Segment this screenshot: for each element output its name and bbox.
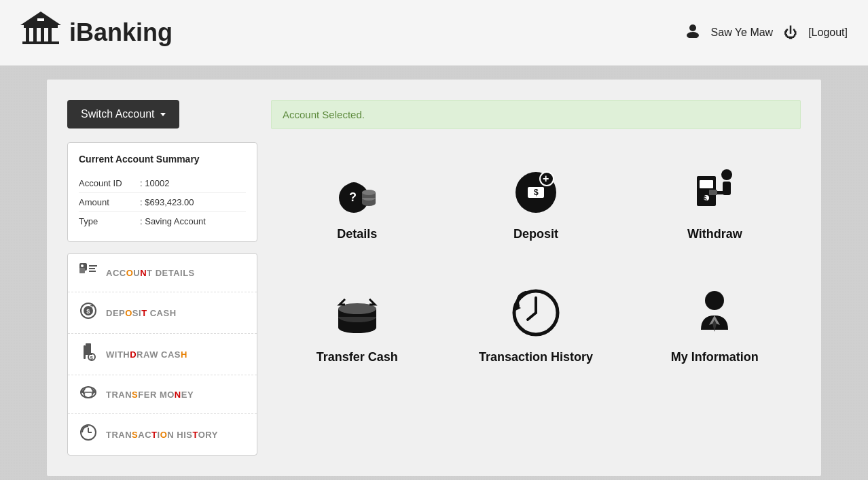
svg-line-58 <box>528 313 536 320</box>
account-id-value: : 10002 <box>140 178 169 188</box>
action-transaction-history[interactable]: Transaction History <box>450 269 621 378</box>
svg-text:?: ? <box>349 190 357 204</box>
svg-rect-20 <box>86 343 91 354</box>
svg-text:+: + <box>90 302 94 309</box>
power-icon: ⏻ <box>784 25 797 41</box>
user-icon <box>685 23 700 42</box>
amount-label: Amount <box>79 197 140 207</box>
action-transfer-cash[interactable]: Transfer Cash <box>271 269 443 378</box>
transfer-cash-icon <box>330 282 384 343</box>
logout-button[interactable]: [Logout] <box>808 27 848 39</box>
nav-withdraw-cash[interactable]: $ WITHDRAW CASH <box>68 334 257 375</box>
type-label: Type <box>79 216 140 226</box>
action-my-information[interactable]: My Information <box>629 269 801 378</box>
deposit-icon: $ + <box>509 159 563 220</box>
withdraw-icon: $ <box>687 159 742 220</box>
nav-transfer-money-label: TRANSFER MONEY <box>106 390 194 400</box>
svg-rect-7 <box>37 18 44 21</box>
deposit-cash-icon: $ + <box>79 302 98 324</box>
header: iBanking Saw Ye Maw ⏻ [Logout] <box>0 0 868 66</box>
account-summary-title: Current Account Summary <box>79 154 246 165</box>
nav-transfer-money[interactable]: TRANSFER MONEY <box>68 375 257 414</box>
app-title: iBanking <box>69 18 173 47</box>
svg-point-12 <box>81 264 84 267</box>
right-column: Account Selected. ? <box>271 100 801 378</box>
svg-rect-21 <box>84 345 86 359</box>
my-information-label: My Information <box>671 350 759 364</box>
svg-point-61 <box>708 292 721 309</box>
nav-account-details-label: ACCOUNT DETAILS <box>106 268 195 278</box>
svg-rect-11 <box>79 268 85 273</box>
amount-value: : $693,423.00 <box>140 197 194 207</box>
details-label: Details <box>337 227 377 241</box>
my-information-icon <box>687 282 742 343</box>
nav-deposit-cash-label: DEPOSIT CASH <box>106 308 177 318</box>
action-withdraw[interactable]: $ Withdraw <box>629 145 801 255</box>
withdraw-cash-icon: $ <box>79 343 98 365</box>
header-right: Saw Ye Maw ⏻ [Logout] <box>685 23 848 42</box>
nav-transaction-history[interactable]: TRANSACTION HISTORY <box>68 414 257 455</box>
svg-point-8 <box>689 24 696 31</box>
svg-rect-15 <box>89 271 96 272</box>
svg-text:$: $ <box>534 188 539 197</box>
main-container: Switch Account Current Account Summary A… <box>47 80 821 476</box>
transaction-history-label: Transaction History <box>479 350 593 364</box>
account-summary-card: Current Account Summary Account ID : 100… <box>67 142 257 242</box>
svg-point-42 <box>721 169 732 180</box>
svg-rect-13 <box>89 265 97 267</box>
type-value: : Saving Account <box>140 216 206 226</box>
svg-text:$: $ <box>703 195 707 203</box>
switch-account-button[interactable]: Switch Account <box>67 100 179 128</box>
svg-rect-3 <box>41 28 44 41</box>
account-selected-banner: Account Selected. <box>271 100 801 129</box>
svg-rect-2 <box>33 28 37 41</box>
deposit-label: Deposit <box>513 227 558 241</box>
switch-account-label: Switch Account <box>81 108 155 120</box>
action-details[interactable]: ? Details <box>271 145 443 255</box>
svg-rect-5 <box>22 41 59 44</box>
svg-rect-4 <box>48 28 52 41</box>
account-details-icon <box>79 263 98 282</box>
nav-withdraw-cash-label: WITHDRAW CASH <box>106 349 187 360</box>
svg-rect-49 <box>709 190 717 195</box>
bank-icon <box>20 10 61 55</box>
svg-point-36 <box>362 190 376 195</box>
svg-rect-45 <box>700 180 713 188</box>
action-grid: ? Details <box>271 145 801 378</box>
details-icon: ? <box>330 159 384 220</box>
transfer-cash-label: Transfer Cash <box>317 350 398 364</box>
username: Saw Ye Maw <box>711 27 774 39</box>
nav-account-details[interactable]: ACCOUNT DETAILS <box>68 254 257 292</box>
banner-text: Account Selected. <box>283 109 365 120</box>
logo-area: iBanking <box>20 10 173 55</box>
type-row: Type : Saving Account <box>79 212 246 230</box>
withdraw-label: Withdraw <box>687 227 742 241</box>
amount-row: Amount : $693,423.00 <box>79 193 246 212</box>
svg-point-9 <box>687 32 699 38</box>
svg-text:$: $ <box>90 355 94 361</box>
transaction-history-icon <box>79 424 98 445</box>
nav-menu: ACCOUNT DETAILS $ + DEPOSIT CASH <box>67 253 257 456</box>
transfer-money-icon <box>79 385 98 404</box>
left-column: Switch Account Current Account Summary A… <box>67 100 257 456</box>
nav-deposit-cash[interactable]: $ + DEPOSIT CASH <box>68 292 257 334</box>
account-id-row: Account ID : 10002 <box>79 174 246 193</box>
svg-text:+: + <box>543 173 549 184</box>
action-deposit[interactable]: $ + Deposit <box>450 145 621 255</box>
svg-rect-1 <box>26 28 29 41</box>
transaction-history-icon <box>509 282 563 343</box>
svg-rect-0 <box>24 25 58 28</box>
nav-transaction-history-label: TRANSACTION HISTORY <box>106 430 218 440</box>
svg-rect-14 <box>89 268 95 269</box>
account-id-label: Account ID <box>79 178 140 188</box>
dropdown-caret-icon <box>160 113 166 116</box>
